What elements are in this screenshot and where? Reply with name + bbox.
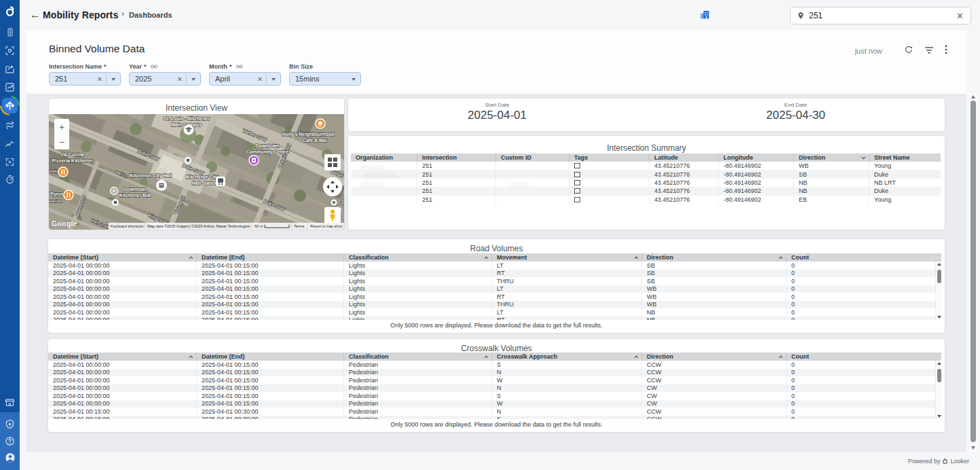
scroll-thumb[interactable]	[970, 101, 976, 442]
table-cell: Pedestrian	[343, 384, 491, 393]
table-cell: SB	[641, 270, 786, 278]
column-header-custom-id[interactable]: Custom ID	[495, 153, 569, 162]
search-input[interactable]: 251 ✕	[790, 7, 971, 24]
filter-dropdown-icon[interactable]: ▼	[264, 77, 283, 82]
table-cell	[569, 179, 649, 187]
filter-control[interactable]: 15mins▼	[289, 72, 361, 86]
sidebar-item-storefront-icon[interactable]	[0, 395, 20, 409]
table-row[interactable]: 2025-04-01 00:00:002025-04-01 00:15:00Pe…	[48, 392, 935, 400]
map-pegman-button[interactable]	[324, 207, 341, 223]
sidebar-item-export-share-icon[interactable]	[0, 62, 20, 75]
sidebar-item-signal-pulse-icon[interactable]	[0, 137, 20, 150]
sidebar-item-help-icon[interactable]	[0, 434, 20, 448]
table-row[interactable]: 2025-04-01 00:15:002025-04-01 00:30:00Pe…	[48, 408, 935, 416]
filter-control[interactable]: April✕▼	[209, 72, 281, 86]
table-row[interactable]: 2025-04-01 00:00:002025-04-01 00:15:00Pe…	[48, 400, 935, 408]
column-header-datetime-start-[interactable]: Datetime (Start)	[48, 253, 196, 261]
column-header-count[interactable]: Count	[786, 352, 941, 361]
table-cell: N	[491, 408, 641, 416]
column-header-movement[interactable]: Movement	[491, 253, 641, 261]
table-row[interactable]: 2025-04-01 00:15:002025-04-01 00:30:00Pe…	[48, 416, 935, 420]
sidebar-item-account-icon[interactable]	[0, 451, 20, 465]
sidebar-item-miovision-logo[interactable]	[0, 5, 20, 18]
organization-icon[interactable]	[700, 10, 710, 22]
search-clear-icon[interactable]: ✕	[956, 12, 964, 20]
table-row[interactable]: 2025-04-01 00:00:002025-04-01 00:15:00Pe…	[48, 369, 935, 377]
column-header-direction[interactable]: Direction	[641, 253, 786, 261]
sidebar-item-intersection-ops-icon[interactable]	[0, 155, 20, 168]
table-row[interactable]: 2025-04-01 00:00:002025-04-01 00:15:00Pe…	[48, 384, 935, 393]
table-row[interactable]: 25143.45210776-80.49146902EBYoung	[351, 196, 941, 204]
column-header-count[interactable]: Count	[786, 253, 941, 261]
table-scrollbar[interactable]	[935, 261, 941, 320]
column-header-street-name[interactable]: Street Name	[869, 153, 941, 162]
filter-control[interactable]: 2025✕▼	[129, 72, 201, 86]
sidebar-item-shield-admin-icon[interactable]	[0, 417, 20, 431]
table-scroll-thumb[interactable]	[937, 369, 941, 382]
column-header-tags[interactable]: Tags	[569, 153, 649, 162]
column-header-longitude[interactable]: Longitude	[718, 153, 793, 162]
table-scrollbar[interactable]	[935, 361, 941, 419]
map-canvas[interactable]: Weber St WWeber St WDuke St WDuke St WDu…	[49, 114, 344, 230]
table-scroll-thumb[interactable]	[937, 270, 941, 283]
filter-dropdown-icon[interactable]: ▼	[184, 77, 203, 82]
table-row[interactable]: 25143.45210776-80.49146902NBNB LRT	[351, 179, 941, 187]
table-row[interactable]: 25143.45210776-80.49146902NBDuke	[351, 187, 941, 195]
column-header-classification[interactable]: Classification	[343, 352, 491, 361]
table-row[interactable]: 2025-04-01 00:00:002025-04-01 00:15:00Li…	[48, 301, 935, 309]
filter-dropdown-icon[interactable]: ▼	[104, 77, 123, 82]
column-header-datetime-end-[interactable]: Datetime (End)	[196, 253, 343, 261]
sidebar-item-timer-icon[interactable]	[0, 173, 20, 186]
sidebar-item-flow-route-icon[interactable]	[0, 118, 20, 132]
table-row[interactable]: 2025-04-01 00:00:002025-04-01 00:15:00Li…	[48, 270, 935, 278]
sidebar-item-chart-report-icon[interactable]	[0, 80, 20, 94]
map-zoom-control[interactable]: + −	[54, 119, 69, 149]
column-header-direction[interactable]: Direction	[793, 153, 869, 162]
scroll-up-arrow[interactable]	[971, 95, 975, 98]
table-row[interactable]: 25143.45210776-80.49146902SBDuke	[351, 170, 941, 178]
column-header-intersection[interactable]: Intersection	[417, 153, 495, 162]
filter-control[interactable]: 251✕▼	[49, 72, 121, 86]
column-header-direction[interactable]: Direction	[641, 352, 786, 361]
map-pan-control[interactable]	[323, 177, 342, 196]
breadcrumb[interactable]: Dashboards	[129, 11, 172, 19]
sidebar-item-traffic-signal-icon[interactable]	[0, 25, 20, 39]
table-row[interactable]: 2025-04-01 00:00:002025-04-01 00:15:00Li…	[48, 285, 935, 293]
table-row[interactable]: 25143.45210776-80.49146902WBYoung	[351, 162, 941, 170]
zoom-in-button[interactable]: +	[59, 122, 64, 132]
map-tiles-button[interactable]	[324, 154, 341, 170]
column-header-organization[interactable]: Organization	[351, 153, 417, 162]
column-header-classification[interactable]: Classification	[343, 253, 491, 261]
table-row[interactable]: 2025-04-01 00:00:002025-04-01 00:15:00Li…	[48, 277, 935, 285]
table-row[interactable]: 2025-04-01 00:00:002025-04-01 00:15:00Li…	[48, 317, 935, 321]
page-scrollbar[interactable]	[968, 93, 978, 452]
table-scroll-up[interactable]	[937, 263, 941, 266]
table-scroll-down[interactable]	[937, 316, 941, 319]
sidebar-item-intersections-active[interactable]	[2, 98, 18, 113]
table-row[interactable]: 2025-04-01 00:00:002025-04-01 00:15:00Pe…	[48, 361, 935, 369]
sidebar-item-detection-camera-icon[interactable]	[0, 43, 20, 57]
table-row[interactable]: 2025-04-01 00:00:002025-04-01 00:15:00Pe…	[48, 376, 935, 384]
filter-icon[interactable]	[924, 45, 934, 57]
table-scroll-down[interactable]	[937, 415, 941, 418]
table-body: 2025-04-01 00:00:002025-04-01 00:15:00Li…	[48, 261, 935, 320]
refresh-icon[interactable]	[904, 45, 913, 57]
table-row[interactable]: 2025-04-01 00:00:002025-04-01 00:15:00Li…	[48, 308, 935, 317]
back-button[interactable]: ←	[29, 9, 41, 21]
scroll-down-arrow[interactable]	[971, 446, 975, 450]
zoom-out-button[interactable]: −	[59, 137, 64, 147]
intersection-summary-tile: Intersection Summary OrganizationInterse…	[348, 136, 945, 230]
table-cell: 2025-04-01 00:00:00	[48, 384, 196, 393]
column-header-datetime-end-[interactable]: Datetime (End)	[196, 352, 343, 361]
table-row[interactable]: 2025-04-01 00:00:002025-04-01 00:15:00Li…	[48, 293, 935, 301]
filter-dropdown-icon[interactable]: ▼	[344, 77, 363, 82]
column-header-latitude[interactable]: Latitude	[649, 153, 718, 162]
table-scroll-up[interactable]	[937, 362, 941, 365]
column-header-datetime-start-[interactable]: Datetime (Start)	[48, 352, 196, 361]
satellite-map[interactable]: Weber St WWeber St WDuke St WDuke St WDu…	[49, 114, 344, 230]
filter-year: Year*2025✕▼	[129, 62, 209, 86]
redacted-text	[360, 183, 383, 186]
column-header-crosswalk-approach[interactable]: Crosswalk Approach	[491, 352, 641, 361]
table-row[interactable]: 2025-04-01 00:00:002025-04-01 00:15:00Li…	[48, 261, 935, 270]
more-menu-icon[interactable]	[945, 45, 947, 57]
